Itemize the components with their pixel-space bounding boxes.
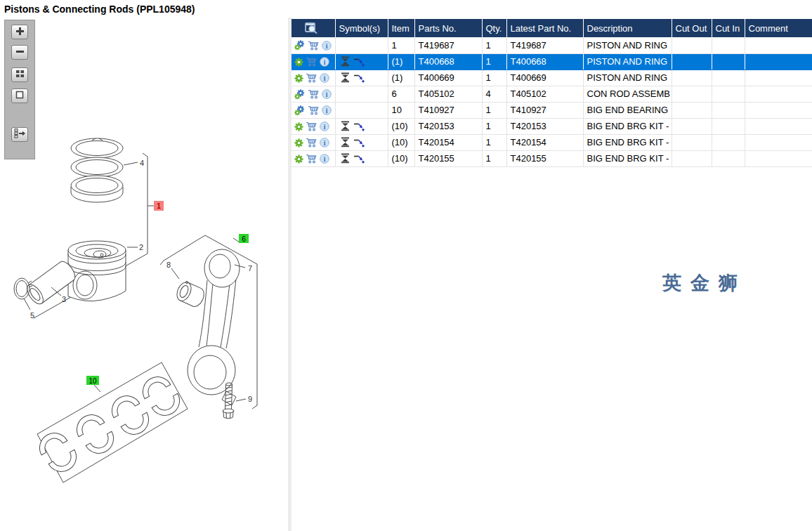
- table-row[interactable]: i6T4051024T405102CON ROD ASSEMB: [292, 86, 812, 102]
- column-header-latest-part-no[interactable]: Latest Part No.: [506, 19, 583, 37]
- cart-icon[interactable]: [306, 154, 317, 164]
- gear-icon[interactable]: [294, 155, 303, 164]
- row-symbols: [335, 134, 388, 150]
- info-icon[interactable]: i: [322, 105, 332, 115]
- diagram-label-9: 9: [248, 395, 252, 403]
- cell-parts-no: T419687: [414, 37, 482, 53]
- gears-icon[interactable]: [294, 40, 306, 51]
- cart-icon[interactable]: [308, 105, 320, 115]
- cell-cut-out: [672, 102, 712, 118]
- toggle-panel-button[interactable]: [11, 127, 28, 142]
- row-actions: i: [292, 37, 335, 53]
- gear-icon[interactable]: [294, 138, 303, 148]
- cart-icon[interactable]: [308, 89, 320, 99]
- cart-icon[interactable]: [306, 122, 317, 131]
- svg-text:i: i: [324, 124, 326, 131]
- svg-text:1: 1: [157, 202, 161, 210]
- info-icon[interactable]: i: [322, 89, 332, 99]
- cell-qty: 1: [482, 118, 506, 134]
- cart-icon[interactable]: [306, 57, 317, 67]
- column-header-actions[interactable]: [292, 19, 335, 37]
- cell-parts-no: T420153: [414, 118, 482, 134]
- gear-icon[interactable]: [294, 74, 303, 83]
- table-row[interactable]: i10T4109271T410927BIG END BEARING: [292, 102, 812, 118]
- column-header-description[interactable]: Description: [583, 19, 672, 37]
- table-header-row: Symbol(s)ItemParts No.Qty.Latest Part No…: [292, 19, 812, 37]
- column-header-cut-in[interactable]: Cut In: [712, 19, 745, 37]
- cell-comment: [745, 70, 812, 86]
- svg-text:i: i: [324, 75, 326, 82]
- replaced-by-icon: [353, 153, 365, 164]
- info-icon[interactable]: i: [322, 41, 332, 51]
- table-row[interactable]: i1T4196871T419687PISTON AND RING: [292, 37, 812, 53]
- gears-icon[interactable]: [294, 105, 306, 116]
- diagram-hotspot-6[interactable]: 6: [239, 234, 249, 243]
- cell-parts-no: T420154: [414, 134, 482, 150]
- column-header-comment[interactable]: Comment: [745, 19, 812, 37]
- cell-description: PISTON AND RING: [583, 70, 672, 86]
- cell-qty: 1: [482, 102, 506, 118]
- table-row[interactable]: i(10)T4201551T420155BIG END BRG KIT -: [292, 150, 812, 166]
- cell-item: 10: [388, 102, 414, 118]
- piston-pin: [24, 258, 78, 306]
- column-header-parts-no[interactable]: Parts No.: [414, 19, 482, 37]
- info-icon[interactable]: i: [320, 57, 329, 67]
- supersession-icon: [339, 72, 351, 83]
- column-header-qty[interactable]: Qty.: [482, 19, 506, 37]
- cell-comment: [745, 53, 812, 70]
- cell-latest-part-no: T405102: [506, 86, 583, 102]
- info-icon[interactable]: i: [320, 154, 329, 164]
- cell-qty: 1: [482, 53, 506, 70]
- column-header-symbol-s[interactable]: Symbol(s): [335, 19, 388, 37]
- diagram-hotspot-10[interactable]: 10: [86, 376, 99, 385]
- supersession-icon: [339, 56, 351, 67]
- diagram-pane: 4 1 2 3 5 6 8 7 9 10: [0, 18, 288, 531]
- svg-text:10: 10: [89, 377, 97, 385]
- cell-description: BIG END BRG KIT -: [583, 150, 672, 166]
- cart-icon[interactable]: [306, 138, 317, 148]
- table-row[interactable]: i(10)T4201531T420153BIG END BRG KIT -: [292, 118, 812, 134]
- bearing-shells: [34, 362, 188, 483]
- cell-description: PISTON AND RING: [583, 53, 672, 70]
- cell-item: 6: [388, 86, 414, 102]
- page-title: Pistons & Connecting Rods (PPL105948): [4, 4, 195, 15]
- cell-latest-part-no: T420153: [506, 118, 583, 134]
- cell-comment: [745, 37, 812, 53]
- cart-icon[interactable]: [308, 41, 320, 51]
- zoom-out-button[interactable]: [11, 45, 28, 60]
- cell-description: BIG END BRG KIT -: [583, 118, 672, 134]
- row-symbols: [335, 118, 388, 134]
- info-icon[interactable]: i: [320, 122, 329, 131]
- row-actions: i: [292, 150, 335, 166]
- zoom-in-icon: [15, 26, 25, 39]
- info-icon[interactable]: i: [320, 73, 329, 83]
- parts-list-pane: Symbol(s)ItemParts No.Qty.Latest Part No…: [292, 18, 812, 531]
- column-header-item[interactable]: Item: [388, 19, 414, 37]
- zoom-in-button[interactable]: [11, 25, 28, 39]
- single-view-button[interactable]: [11, 88, 28, 103]
- row-actions: i: [292, 53, 335, 70]
- column-header-cut-out[interactable]: Cut Out: [672, 19, 712, 37]
- info-icon[interactable]: i: [320, 138, 329, 148]
- cell-latest-part-no: T420154: [506, 134, 583, 150]
- table-row[interactable]: i(10)T4201541T420154BIG END BRG KIT -: [292, 134, 812, 150]
- diagram-hotspot-1[interactable]: 1: [154, 201, 164, 211]
- gears-icon[interactable]: [294, 89, 306, 100]
- row-symbols: [335, 86, 388, 102]
- tile-view-button[interactable]: [11, 67, 28, 82]
- zoom-out-icon: [15, 46, 25, 59]
- gear-icon[interactable]: [294, 122, 303, 131]
- parts-diagram: 4 1 2 3 5 6 8 7 9 10: [0, 18, 288, 531]
- cell-parts-no: T405102: [414, 86, 482, 102]
- cart-icon[interactable]: [306, 73, 317, 83]
- cell-item: (10): [388, 134, 414, 150]
- cell-description: BIG END BRG KIT -: [583, 134, 672, 150]
- svg-text:i: i: [324, 59, 326, 66]
- replaced-by-icon: [353, 121, 365, 132]
- cell-description: PISTON AND RING: [583, 37, 672, 53]
- table-row[interactable]: i(1)T4006681T400668PISTON AND RING: [292, 53, 812, 70]
- gear-icon[interactable]: [294, 58, 303, 67]
- parts-list-search-icon: [305, 22, 319, 34]
- table-row[interactable]: i(1)T4006691T400669PISTON AND RING: [292, 70, 812, 86]
- supersession-icon: [339, 153, 351, 164]
